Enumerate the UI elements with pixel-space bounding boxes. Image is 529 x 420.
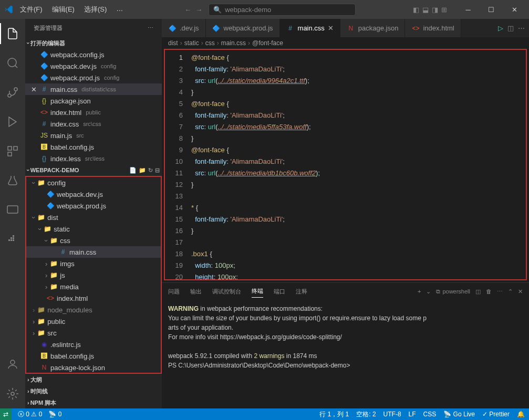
terminal-more-icon[interactable]: ⋯ [497, 288, 503, 295]
project-header[interactable]: › WEBPACK-DEMO 📄 📁 ↻ ⊟ [25, 164, 162, 176]
nav-forward-icon[interactable]: → [195, 6, 202, 14]
new-folder-icon[interactable]: 📁 [139, 167, 146, 174]
terminal-tab[interactable]: 端口 [274, 286, 285, 298]
terminal-close-icon[interactable]: ✕ [518, 288, 523, 295]
editor-tab[interactable]: <>index.html [405, 19, 461, 37]
activity-scm[interactable] [0, 82, 25, 103]
tree-folder[interactable]: ›📁config [26, 177, 161, 188]
tree-folder[interactable]: ›📁node_modules [26, 304, 161, 316]
outline-header[interactable]: ›大纲 [25, 374, 162, 385]
terminal-dropdown-icon[interactable]: ⌄ [426, 288, 431, 295]
close-icon[interactable]: ✕ [328, 24, 334, 32]
open-editors-header[interactable]: › 打开的编辑器 [25, 37, 162, 49]
maximize-button[interactable]: ☐ [481, 2, 502, 17]
timeline-header[interactable]: ›时间线 [25, 385, 162, 397]
activity-search[interactable] [0, 52, 25, 74]
breadcrumb-item[interactable]: dist [168, 39, 178, 47]
tree-folder[interactable]: ›📁public [26, 316, 161, 327]
editor-tab[interactable]: 🔷.dev.js [162, 19, 206, 37]
tree-folder[interactable]: ›📁src [26, 327, 161, 339]
editor-tab[interactable]: 🔷webpack.prod.js [206, 19, 280, 37]
terminal-tab[interactable]: 终端 [252, 285, 263, 298]
tree-folder[interactable]: ›📁dist [26, 212, 161, 223]
open-editor-item[interactable]: {}index.lesssrc\less [25, 153, 162, 164]
activity-extensions[interactable] [0, 141, 25, 162]
activity-remote[interactable] [0, 200, 25, 220]
code-editor[interactable]: 1234567891011121314151617181920 @font-fa… [164, 49, 527, 280]
status-encoding[interactable]: UTF-8 [383, 411, 401, 418]
tree-file[interactable]: 🅱babel.config.js [26, 350, 161, 362]
tree-folder[interactable]: ›📁css [26, 235, 161, 246]
terminal-tab[interactable]: 问题 [168, 286, 180, 298]
collapse-icon[interactable]: ⊟ [155, 167, 160, 174]
open-editor-item[interactable]: {}package.json [25, 95, 162, 107]
status-spaces[interactable]: 空格: 2 [356, 410, 376, 419]
status-eol[interactable]: LF [409, 411, 416, 418]
editor-tab[interactable]: #main.css✕ [280, 19, 340, 37]
breadcrumb-item[interactable]: main.css [221, 39, 246, 47]
breadcrumb-item[interactable]: css [205, 39, 215, 47]
split-editor-icon[interactable]: ◫ [507, 24, 514, 32]
layout-sidebar-right-icon[interactable]: ◨ [432, 6, 438, 14]
layout-panel-icon[interactable]: ⬓ [422, 6, 429, 14]
menu-file[interactable]: 文件(F) [16, 3, 47, 16]
minimize-button[interactable]: ─ [458, 2, 479, 17]
terminal-tab[interactable]: 调试控制台 [212, 286, 241, 298]
layout-customize-icon[interactable]: ⊞ [441, 6, 447, 14]
tree-file[interactable]: 🔷webpack.dev.js [26, 188, 161, 200]
tree-folder[interactable]: ›📁media [26, 281, 161, 292]
open-editor-item[interactable]: JSmain.jssrc [25, 130, 162, 141]
status-prettier[interactable]: ✓ Prettier [482, 411, 510, 418]
tree-folder[interactable]: ›📁static [26, 223, 161, 235]
open-editor-item[interactable]: 🅱babel.config.js [25, 141, 162, 153]
breadcrumb[interactable]: dist›static›css›main.css›@font-face [162, 37, 529, 49]
open-editor-item[interactable]: #index.csssrc\css [25, 118, 162, 130]
tree-file[interactable]: 🔷webpack.prod.js [26, 200, 161, 212]
open-editor-item[interactable]: 🔷webpack.prod.jsconfig [25, 72, 162, 83]
activity-accounts[interactable] [0, 354, 25, 375]
open-editor-item[interactable]: 🔷webpack.dev.jsconfig [25, 60, 162, 72]
menu-more[interactable]: … [112, 3, 127, 16]
terminal-split-icon[interactable]: ◫ [475, 288, 481, 295]
editor-more-icon[interactable]: ⋯ [518, 24, 525, 32]
nav-back-icon[interactable]: ← [184, 6, 191, 14]
status-golive[interactable]: 📡 Go Live [443, 411, 475, 418]
open-editor-item[interactable]: <>index.htmlpublic [25, 107, 162, 118]
activity-settings[interactable] [0, 383, 25, 404]
menu-select[interactable]: 选择(S) [80, 3, 111, 16]
tree-folder[interactable]: ›📁imgs [26, 258, 161, 269]
layout-sidebar-left-icon[interactable]: ◧ [413, 6, 419, 14]
terminal-trash-icon[interactable]: 🗑 [486, 288, 492, 295]
close-button[interactable]: ✕ [504, 2, 525, 17]
terminal-tab[interactable]: 输出 [190, 286, 202, 298]
menu-edit[interactable]: 编辑(E) [48, 3, 79, 16]
status-lang[interactable]: CSS [423, 411, 437, 418]
npm-scripts-header[interactable]: ›NPM 脚本 [25, 397, 162, 408]
activity-debug[interactable] [0, 111, 25, 132]
editor-tab[interactable]: Npackage.json [340, 19, 406, 37]
status-ports[interactable]: 📡 0 [48, 411, 61, 418]
terminal-tab[interactable]: 注释 [296, 286, 307, 298]
remote-button[interactable]: ⇄ [0, 408, 12, 420]
status-bell-icon[interactable]: 🔔 [517, 411, 525, 418]
activity-docker[interactable] [0, 229, 25, 250]
activity-testing[interactable] [0, 170, 25, 191]
breadcrumb-item[interactable]: static [184, 39, 199, 47]
sidebar-more-icon[interactable]: ⋯ [148, 25, 153, 32]
command-center[interactable]: 🔍 webpack-demo [209, 4, 356, 16]
tree-file[interactable]: ◉.eslintrc.js [26, 339, 161, 350]
minimap[interactable] [484, 50, 526, 279]
status-cursor[interactable]: 行 1，列 1 [319, 410, 349, 419]
terminal-output[interactable]: WARNING in webpack performance recommend… [162, 300, 529, 408]
breadcrumb-item[interactable]: @font-face [252, 39, 283, 47]
open-editor-item[interactable]: ✕#main.cssdist\static\css [25, 83, 162, 95]
tree-file[interactable]: <>index.html [26, 292, 161, 304]
tree-file[interactable]: #main.css [26, 246, 161, 258]
new-file-icon[interactable]: 📄 [129, 167, 137, 174]
terminal-maximize-icon[interactable]: ⌃ [508, 288, 513, 295]
run-icon[interactable]: ▷ [498, 24, 503, 32]
activity-explorer[interactable] [0, 23, 25, 44]
status-errors[interactable]: ⓧ 0 ⚠ 0 [18, 410, 42, 419]
refresh-icon[interactable]: ↻ [148, 167, 153, 174]
tree-folder[interactable]: ›📁js [26, 269, 161, 281]
